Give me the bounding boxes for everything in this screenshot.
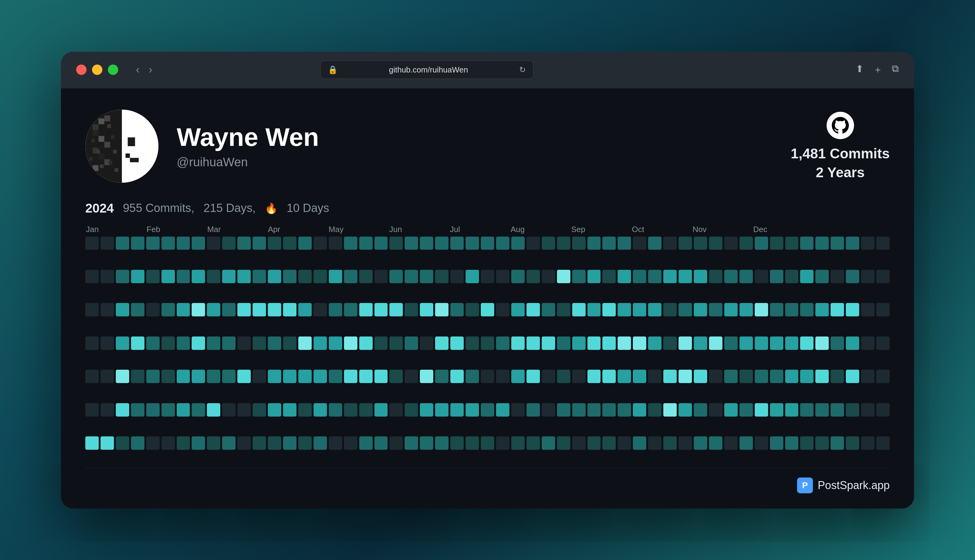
lock-icon: 🔒 bbox=[328, 65, 337, 75]
svg-rect-17 bbox=[87, 121, 90, 124]
grid-cell bbox=[405, 237, 418, 250]
grid-cell bbox=[800, 237, 813, 250]
grid-cell bbox=[526, 337, 540, 350]
maximize-button[interactable] bbox=[108, 65, 118, 75]
month-label bbox=[298, 225, 314, 234]
svg-rect-14 bbox=[125, 153, 130, 158]
back-button[interactable]: ‹ bbox=[134, 62, 142, 77]
grid-cell bbox=[481, 270, 494, 283]
grid-cell bbox=[100, 237, 114, 250]
grid-cell bbox=[603, 403, 616, 417]
grid-cell bbox=[740, 370, 753, 383]
grid-cell bbox=[526, 370, 540, 383]
grid-cell bbox=[846, 237, 859, 250]
grid-cell bbox=[374, 303, 388, 317]
grid-cell bbox=[724, 437, 738, 450]
grid-cell bbox=[633, 303, 646, 317]
grid-cell bbox=[800, 437, 813, 450]
grid-cell bbox=[237, 337, 251, 350]
grid-cell bbox=[542, 337, 555, 350]
month-label bbox=[784, 225, 799, 234]
grid-cell bbox=[572, 303, 586, 317]
grid-cell bbox=[100, 270, 114, 283]
grid-cell bbox=[116, 403, 129, 417]
grid-cell bbox=[466, 303, 479, 317]
grid-cell bbox=[588, 370, 601, 383]
grid-cell bbox=[800, 303, 813, 317]
grid-cell bbox=[131, 437, 144, 450]
grid-cell bbox=[831, 370, 844, 383]
forward-button[interactable]: › bbox=[146, 62, 155, 77]
month-label bbox=[162, 225, 177, 234]
grid-cell bbox=[876, 370, 890, 383]
grid-cell bbox=[815, 403, 829, 417]
grid-cell bbox=[648, 337, 661, 350]
grid-cell bbox=[374, 270, 388, 283]
grid-cell bbox=[557, 370, 570, 383]
month-label bbox=[419, 225, 435, 234]
grid-cell bbox=[633, 370, 646, 383]
grid-cell bbox=[633, 437, 646, 450]
grid-cell bbox=[846, 337, 859, 350]
month-label bbox=[556, 225, 571, 234]
minimize-button[interactable] bbox=[92, 65, 102, 75]
grid-cell bbox=[314, 370, 327, 383]
grid-cell bbox=[100, 337, 114, 350]
grid-cell bbox=[177, 303, 190, 317]
github-stats: 1,481 Commits 2 Years bbox=[791, 112, 890, 180]
grid-cell bbox=[511, 337, 525, 350]
grid-cell bbox=[724, 303, 738, 317]
tab-overview-icon[interactable]: ⧉ bbox=[892, 63, 899, 77]
grid-cell bbox=[618, 303, 631, 317]
grid-cell bbox=[116, 270, 129, 283]
grid-cell bbox=[861, 303, 875, 317]
month-label bbox=[829, 225, 844, 234]
grid-cell bbox=[679, 237, 692, 250]
grid-cell bbox=[770, 270, 783, 283]
grid-cell bbox=[511, 370, 525, 383]
grid-cell bbox=[283, 403, 296, 417]
grid-cell bbox=[740, 403, 753, 417]
grid-cell bbox=[618, 237, 631, 250]
month-label bbox=[617, 225, 632, 234]
grid-cell bbox=[831, 437, 844, 450]
grid-cell bbox=[420, 337, 433, 350]
new-tab-icon[interactable]: ＋ bbox=[873, 63, 883, 77]
years-count: 2 Years bbox=[816, 164, 865, 180]
grid-cell bbox=[192, 403, 205, 417]
grid-cell bbox=[420, 370, 433, 383]
grid-cell bbox=[100, 403, 114, 417]
grid-cell bbox=[222, 370, 235, 383]
grid-cell bbox=[283, 437, 296, 450]
month-label: Dec bbox=[753, 225, 768, 234]
month-label: Jun bbox=[389, 225, 404, 234]
grid-cell bbox=[146, 270, 160, 283]
grid-cell bbox=[588, 237, 601, 250]
grid-cell bbox=[876, 237, 890, 250]
svg-rect-18 bbox=[91, 139, 95, 143]
grid-cell bbox=[542, 437, 555, 450]
grid-cell bbox=[100, 437, 114, 450]
grid-cell bbox=[466, 403, 479, 417]
grid-cell bbox=[314, 403, 327, 417]
grid-cell bbox=[222, 270, 235, 283]
streak-icon: 🔥 bbox=[265, 202, 277, 214]
grid-cell bbox=[526, 403, 540, 417]
grid-cell bbox=[374, 237, 388, 250]
grid-cell bbox=[526, 437, 540, 450]
avatar bbox=[85, 110, 159, 183]
month-label bbox=[496, 225, 511, 234]
grid-cell bbox=[496, 403, 509, 417]
address-bar[interactable]: 🔒 github.com/ruihuaWen ↻ bbox=[320, 61, 534, 79]
close-button[interactable] bbox=[76, 65, 87, 75]
share-icon[interactable]: ⬆ bbox=[856, 63, 864, 77]
grid-cell bbox=[861, 437, 875, 450]
grid-cell bbox=[131, 370, 144, 383]
grid-cell bbox=[572, 337, 586, 350]
grid-cell bbox=[237, 237, 251, 250]
url-text: github.com/ruihuaWen bbox=[342, 65, 514, 75]
grid-cell bbox=[359, 437, 372, 450]
grid-cell bbox=[435, 403, 449, 417]
grid-cell bbox=[344, 237, 357, 250]
grid-cell bbox=[542, 403, 555, 417]
